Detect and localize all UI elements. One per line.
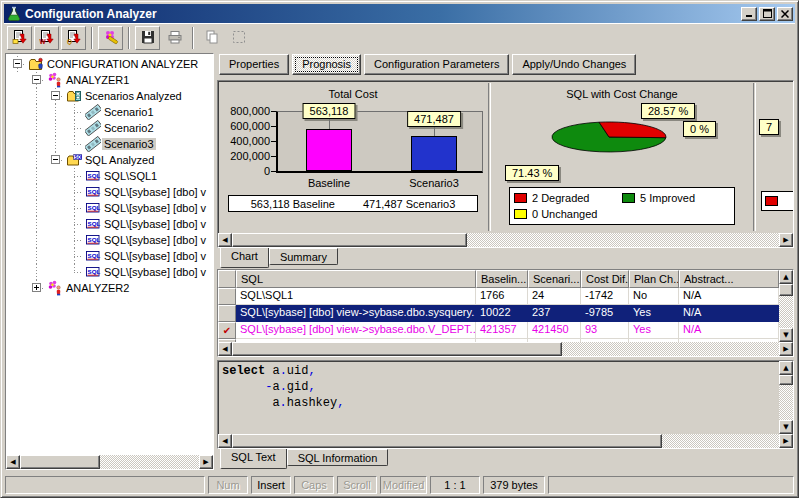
title-bar[interactable]: Configuration Analyzer (4, 4, 795, 23)
column-header-abstract[interactable]: Abstract... (679, 270, 779, 288)
tree-item-sql-sql1[interactable]: SQLSQL\SQL1 (8, 168, 213, 184)
scroll-track[interactable] (779, 385, 793, 420)
tree-item-label: SQL\[sybase] [dbo] v (102, 266, 208, 278)
tree-guide (27, 184, 46, 200)
table-cell: 24 (528, 288, 581, 305)
tab-summary[interactable]: Summary (269, 248, 338, 265)
tree-item-configuration-analyzer[interactable]: CONFIGURATION ANALYZER (8, 56, 213, 72)
tree-item-label: SQL\[sybase] [dbo] v (102, 234, 208, 246)
column-header-baselin[interactable]: Baselin... (476, 270, 528, 288)
tree-item-sql-sybase-dbo-v[interactable]: SQLSQL\[sybase] [dbo] v (8, 232, 213, 248)
scroll-thumb[interactable] (20, 455, 100, 469)
tree-item-scenario2[interactable]: Scenario2 (8, 120, 213, 136)
tree-item-sql-sybase-dbo-v[interactable]: SQLSQL\[sybase] [dbo] v (8, 200, 213, 216)
tree-expander[interactable] (46, 152, 65, 168)
column-header-plan-ch[interactable]: Plan Ch... (629, 270, 679, 288)
save-button[interactable] (135, 26, 160, 50)
scroll-up-button[interactable]: ▲ (779, 361, 793, 375)
table-row[interactable]: ✔SQL\[sybase] [dbo] view->sybase.dbo.V_D… (218, 322, 779, 339)
tree-item-scenarios-analyzed[interactable]: Scenarios Analyzed (8, 88, 213, 104)
scroll-track[interactable] (467, 233, 779, 247)
scroll-right-button[interactable]: ▶ (779, 233, 793, 247)
tree-item-sql-analyzed[interactable]: SQLSQL Analyzed (8, 152, 213, 168)
scroll-thumb[interactable] (779, 375, 793, 385)
tab-sql-information[interactable]: SQL Information (287, 449, 389, 466)
tab-apply-undo-changes[interactable]: Apply/Undo Changes (512, 54, 636, 75)
column-header-scenari[interactable]: Scenari... (528, 270, 581, 288)
column-header-cost-dif[interactable]: Cost Dif... (581, 270, 629, 288)
scroll-right-button[interactable]: ▶ (779, 434, 793, 448)
tree-horizontal-scrollbar[interactable]: ◀▶ (6, 455, 213, 469)
scroll-left-button[interactable]: ◀ (218, 233, 232, 247)
sql-icon: SQL (84, 168, 102, 184)
scroll-thumb[interactable] (232, 233, 467, 247)
tree-item-scenario3[interactable]: Scenario3 (8, 136, 213, 152)
tree-guide (8, 248, 27, 264)
scroll-down-button[interactable]: ▼ (779, 328, 793, 342)
status-379-bytes: 379 bytes (483, 476, 545, 494)
tab-sql-text[interactable]: SQL Text (220, 449, 287, 469)
tree-expander[interactable] (27, 280, 46, 296)
tree-expander[interactable] (8, 56, 27, 72)
scroll-left-button[interactable]: ◀ (218, 342, 232, 356)
tree-item-sql-sybase-dbo-v[interactable]: SQLSQL\[sybase] [dbo] v (8, 248, 213, 264)
scroll-thumb[interactable] (779, 284, 793, 296)
scroll-thumb[interactable] (232, 342, 562, 356)
sql-vertical-scrollbar[interactable]: ▲▼ (779, 361, 793, 434)
tree-item-analyzer1[interactable]: ANALYZER1 (8, 72, 213, 88)
svg-text:SQL: SQL (88, 220, 101, 227)
status-modified: Modified (380, 476, 427, 494)
tree-connector (65, 200, 84, 216)
x-axis-label: Baseline (284, 177, 374, 189)
scroll-up-button[interactable]: ▲ (779, 270, 793, 284)
tab-chart[interactable]: Chart (220, 248, 269, 268)
scroll-thumb[interactable] (232, 434, 662, 448)
sql-text-panel: select a.uid, -a.gid, a.hashkey, ▲▼ ◀▶ (217, 360, 794, 449)
chart-horizontal-scrollbar[interactable]: ◀▶ (218, 233, 793, 247)
tree-guide (8, 280, 27, 296)
sql-line: -a.gid, (222, 379, 777, 395)
tree-item-scenario1[interactable]: Scenario1 (8, 104, 213, 120)
scroll-right-button[interactable]: ▶ (199, 455, 213, 469)
scroll-track[interactable] (100, 455, 199, 469)
maximize-button[interactable] (759, 7, 775, 21)
tree-item-analyzer2[interactable]: ANALYZER2 (8, 280, 213, 296)
table-row[interactable]: SQL\SQL1176624-1742NoN/A (218, 288, 779, 305)
scroll-right-button[interactable]: ▶ (779, 342, 793, 356)
scroll-left-button[interactable]: ◀ (6, 455, 20, 469)
scroll-down-button[interactable]: ▼ (779, 420, 793, 434)
tree-expander[interactable] (46, 88, 65, 104)
tab-configuration-parameters[interactable]: Configuration Parameters (364, 54, 509, 75)
tree-item-label: ANALYZER2 (64, 282, 131, 294)
svg-text:W: W (39, 38, 46, 45)
table-horizontal-scrollbar[interactable]: ◀▶ (218, 342, 793, 356)
status-filler (548, 476, 794, 494)
tree-connector (65, 216, 84, 232)
bar-baseline (306, 129, 352, 171)
sql-icon: SQL (84, 216, 102, 232)
scroll-track[interactable] (662, 434, 779, 448)
scroll-track[interactable] (562, 342, 779, 356)
analysis-wizard-button[interactable] (98, 26, 123, 50)
scroll-track[interactable] (779, 296, 793, 328)
sql-horizontal-scrollbar[interactable]: ◀▶ (218, 434, 793, 448)
table-cell: No (629, 288, 679, 305)
analyze-save-2-button[interactable]: W (34, 26, 59, 50)
tab-prognosis[interactable]: Prognosis (292, 54, 361, 75)
tree-item-sql-sybase-dbo-v[interactable]: SQLSQL\[sybase] [dbo] v (8, 184, 213, 200)
tree-item-sql-sybase-dbo-v[interactable]: SQLSQL\[sybase] [dbo] v (8, 216, 213, 232)
status-num: Num (208, 476, 248, 494)
analyze-save-3-button[interactable]: Q (61, 26, 86, 50)
header-gutter[interactable] (218, 270, 236, 288)
table-vertical-scrollbar[interactable]: ▲▼ (779, 270, 793, 342)
analyze-save-1-button[interactable] (7, 26, 32, 50)
column-header-sql[interactable]: SQL (236, 270, 476, 288)
tree-item-sql-sybase-dbo-v[interactable]: SQLSQL\[sybase] [dbo] v (8, 264, 213, 280)
minimize-button[interactable] (741, 7, 757, 21)
sql-text-view[interactable]: select a.uid, -a.gid, a.hashkey, (218, 361, 779, 434)
tree-expander[interactable] (27, 72, 46, 88)
close-button[interactable] (777, 7, 793, 21)
scroll-left-button[interactable]: ◀ (218, 434, 232, 448)
table-row[interactable]: SQL\[sybase] [dbo] view->sybase.dbo.sysq… (218, 305, 779, 322)
tab-properties[interactable]: Properties (219, 54, 289, 75)
